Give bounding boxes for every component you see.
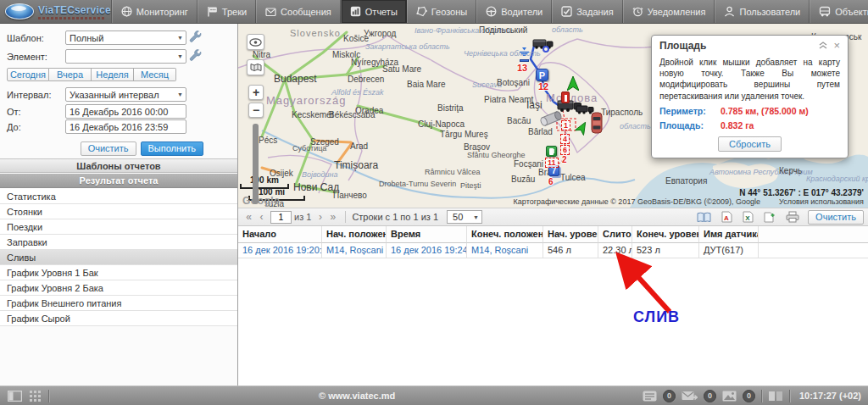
table-row[interactable]: 16 дек 2016 19:20:33 M14, Roșcani 16 дек… bbox=[238, 243, 868, 258]
quick-range-buttons: Сегодня Вчера Неделя Месяц bbox=[7, 68, 176, 81]
cell-end-location[interactable]: M14, Roșcani bbox=[467, 243, 543, 258]
section-report-templates[interactable]: Шаблоны отчетов bbox=[0, 158, 237, 173]
zoom-in-button[interactable]: + bbox=[248, 85, 264, 100]
nav-messages[interactable]: Сообщения bbox=[256, 0, 341, 23]
terms-link[interactable]: Условия использования bbox=[779, 197, 864, 206]
parking-marker[interactable]: P bbox=[536, 69, 548, 81]
col-sensor-name[interactable]: Имя датчика bbox=[699, 226, 759, 243]
notices-icon[interactable] bbox=[643, 391, 657, 402]
map-viewport[interactable]: SlovenskoKošiceNitraMiskolcNyíregyházaBu… bbox=[238, 24, 868, 208]
element-settings-wrench-icon[interactable] bbox=[188, 49, 202, 63]
report-result-list: Статистика Стоянки Поездки Заправки Слив… bbox=[0, 189, 237, 326]
event-label-2[interactable]: 2 bbox=[562, 155, 567, 164]
col-end-location[interactable]: Конеч. положение bbox=[467, 226, 543, 243]
collapse-icon[interactable] bbox=[819, 42, 827, 50]
result-item-fuel-chart-2[interactable]: График Уровня 2 Бака bbox=[0, 280, 237, 296]
nav-jobs[interactable]: Задания bbox=[552, 0, 622, 23]
col-time[interactable]: Время bbox=[387, 226, 467, 243]
nav-notifications[interactable]: Уведомления bbox=[623, 0, 715, 23]
col-start[interactable]: Начало bbox=[238, 226, 322, 243]
copyright-label[interactable]: © www.viatec.md bbox=[319, 391, 395, 401]
top-navigation-bar: ViaTECservice Мониторинг Треки Сообщения… bbox=[0, 0, 868, 24]
event-label-6[interactable]: 6 bbox=[560, 145, 570, 155]
clear-form-button[interactable]: Очистить bbox=[81, 141, 136, 156]
range-today-button[interactable]: Сегодня bbox=[7, 68, 49, 81]
event-label-6b[interactable]: 6 bbox=[548, 177, 554, 186]
direction-arrow-marker[interactable] bbox=[567, 76, 579, 91]
fuel-station-marker[interactable] bbox=[546, 146, 557, 157]
media-count-badge[interactable]: 0 bbox=[743, 390, 755, 402]
range-week-button[interactable]: Неделя bbox=[92, 68, 134, 81]
from-date-input[interactable] bbox=[65, 104, 186, 119]
export-pdf-icon[interactable]: A bbox=[721, 211, 732, 223]
event-label-4[interactable]: 4 bbox=[560, 134, 570, 144]
point-circle-marker[interactable] bbox=[542, 46, 549, 53]
prev-page-button[interactable]: ‹ bbox=[255, 211, 268, 223]
event-flag-marker[interactable] bbox=[561, 92, 570, 103]
layers-button[interactable] bbox=[247, 59, 264, 75]
col-start-location[interactable]: Нач. положение bbox=[322, 226, 387, 243]
new-report-icon[interactable] bbox=[764, 211, 776, 223]
nav-units[interactable]: Объекты bbox=[810, 0, 868, 23]
nav-drivers[interactable]: Водители bbox=[476, 0, 552, 23]
segment-marker[interactable] bbox=[520, 59, 529, 62]
last-page-button[interactable]: » bbox=[326, 211, 339, 223]
cell-time[interactable]: 16 дек 2016 19:24:35 bbox=[387, 243, 467, 258]
col-drained[interactable]: Слито bbox=[598, 226, 632, 243]
grid-icon[interactable] bbox=[30, 391, 41, 402]
nav-monitoring[interactable]: Мониторинг bbox=[112, 0, 198, 23]
first-page-button[interactable]: « bbox=[242, 211, 255, 223]
event-label-12[interactable]: 12 bbox=[538, 81, 548, 92]
page-number-input[interactable] bbox=[270, 211, 292, 224]
collapse-panel-icon[interactable] bbox=[8, 391, 22, 402]
range-month-button[interactable]: Месяц bbox=[134, 68, 176, 81]
nav-label: Уведомления bbox=[648, 7, 706, 17]
template-settings-wrench-icon[interactable] bbox=[188, 31, 202, 44]
media-icon[interactable] bbox=[722, 391, 737, 402]
zoom-slider[interactable] bbox=[253, 124, 259, 204]
car-marker[interactable] bbox=[591, 112, 603, 134]
reset-button[interactable]: Сбросить bbox=[718, 136, 782, 152]
zoom-out-button[interactable]: − bbox=[248, 103, 264, 118]
event-label-11[interactable]: 11 bbox=[545, 158, 559, 168]
result-item-fuelings[interactable]: Заправки bbox=[0, 235, 237, 250]
visibility-button[interactable] bbox=[247, 34, 264, 50]
result-item-parkings[interactable]: Стоянки bbox=[0, 204, 237, 219]
to-date-input[interactable] bbox=[65, 119, 186, 134]
template-select[interactable]: Полный▼ bbox=[65, 31, 186, 45]
cell-start-location[interactable]: M14, Roșcani bbox=[322, 243, 387, 258]
notices-count-badge[interactable]: 0 bbox=[663, 390, 676, 402]
result-item-statistics[interactable]: Статистика bbox=[0, 189, 237, 204]
event-label-13[interactable]: 13 bbox=[517, 63, 527, 73]
export-excel-icon[interactable]: X bbox=[743, 211, 754, 223]
col-start-level[interactable]: Нач. уровень bbox=[543, 226, 598, 243]
range-yesterday-button[interactable]: Вчера bbox=[49, 68, 92, 81]
interval-select[interactable]: Указанный интервал▼ bbox=[65, 87, 186, 102]
nav-tracks[interactable]: Треки bbox=[198, 0, 256, 23]
nav-geofences[interactable]: Геозоны bbox=[407, 0, 476, 23]
mail-icon[interactable] bbox=[682, 391, 698, 402]
page-size-select[interactable]: 50▼ bbox=[447, 210, 482, 224]
mail-count-badge[interactable]: 0 bbox=[704, 390, 716, 402]
result-item-raw-chart[interactable]: График Сырой bbox=[0, 311, 237, 326]
map-attribution: Картографические данные © 2017 GeoBasis-… bbox=[514, 197, 864, 206]
report-book-icon[interactable] bbox=[697, 212, 711, 223]
log-books-icon[interactable] bbox=[768, 391, 783, 402]
water-level-marker[interactable] bbox=[519, 47, 530, 56]
execute-report-button[interactable]: Выполнить bbox=[141, 141, 203, 156]
result-item-power-chart[interactable]: График Внешнего питания bbox=[0, 296, 237, 311]
clear-report-button[interactable]: Очистить bbox=[808, 210, 864, 225]
result-item-drains[interactable]: Сливы bbox=[0, 250, 237, 265]
nav-users[interactable]: Пользователи bbox=[715, 0, 810, 23]
event-label-1[interactable]: 1 bbox=[561, 120, 570, 130]
result-item-fuel-chart-1[interactable]: График Уровня 1 Бак bbox=[0, 265, 237, 280]
next-page-button[interactable]: › bbox=[314, 211, 326, 223]
cell-start[interactable]: 16 дек 2016 19:20:33 bbox=[238, 243, 322, 258]
close-icon[interactable]: × bbox=[833, 42, 840, 50]
element-select[interactable]: ▼ bbox=[65, 49, 186, 64]
nav-reports[interactable]: Отчеты bbox=[341, 0, 407, 23]
result-item-trips[interactable]: Поездки bbox=[0, 219, 237, 235]
section-report-result[interactable]: Результат отчета bbox=[0, 174, 237, 188]
print-icon[interactable] bbox=[786, 211, 799, 223]
col-end-level[interactable]: Конеч. уровень bbox=[632, 226, 699, 243]
